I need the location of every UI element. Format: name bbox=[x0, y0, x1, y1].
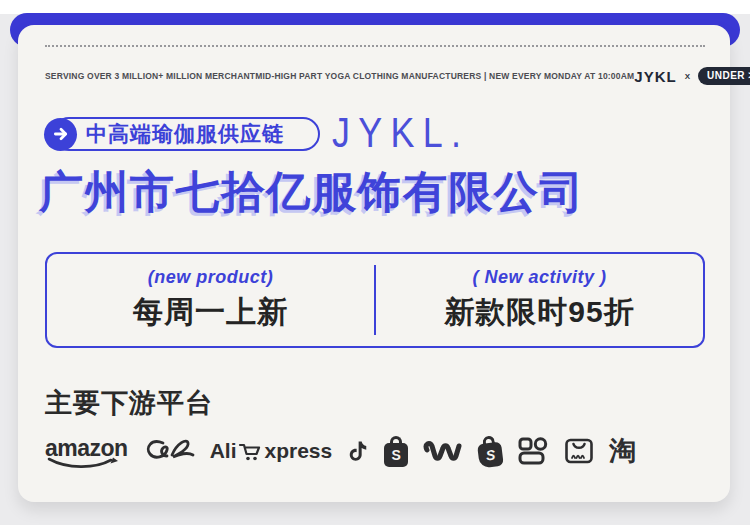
shopping-bag-logo[interactable] bbox=[564, 437, 594, 465]
micro-header: SERVING OVER 3 MILLION+ MILLION MERCHANT… bbox=[45, 67, 705, 85]
company-name-title: 广州市七拾亿服饰有限公司 bbox=[39, 163, 585, 222]
under-button[interactable]: UNDER > bbox=[698, 67, 750, 85]
merchant-count-text: SERVING OVER 3 MILLION+ MILLION MERCHANT bbox=[45, 71, 255, 81]
aliexpress-wordmark-right: xpress bbox=[264, 439, 332, 463]
kuaishou-icon bbox=[517, 436, 549, 466]
smile-bag-icon bbox=[564, 437, 594, 465]
collab-x-mark: X bbox=[685, 72, 690, 81]
promo-subtitle-left: (new product) bbox=[148, 267, 274, 288]
manufacturer-tagline-text: MID-HIGH PART YOGA CLOTHING MANUFACTURER… bbox=[255, 71, 634, 81]
cursive-script-icon bbox=[143, 437, 195, 465]
platforms-heading: 主要下游平台 bbox=[45, 385, 213, 421]
taobao-logo[interactable]: 淘 bbox=[609, 433, 636, 469]
promo-cell-new-product: (new product) 每周一上新 bbox=[47, 254, 374, 346]
shopee-bag-icon: S bbox=[384, 443, 408, 467]
promo-box: (new product) 每周一上新 ( New activity ) 新款限… bbox=[45, 252, 705, 348]
cart-icon bbox=[238, 440, 262, 462]
shopify-letter: S bbox=[485, 446, 496, 463]
shopify-logo[interactable]: S bbox=[476, 434, 504, 468]
wish-logo[interactable] bbox=[423, 438, 463, 464]
supply-chain-tagline: 中高端瑜伽服供应链 bbox=[86, 120, 284, 148]
banner-card: SERVING OVER 3 MILLION+ MILLION MERCHANT… bbox=[18, 25, 730, 502]
amazon-smile-icon bbox=[47, 457, 119, 469]
promo-cell-new-activity: ( New activity ) 新款限时95折 bbox=[376, 254, 703, 346]
brand-lockup: JYKL X UNDER > bbox=[634, 67, 750, 85]
platform-logo-row: amazon Ali xpress bbox=[45, 431, 715, 471]
bag-handle-icon bbox=[482, 435, 495, 446]
brand-wordmark: JYKL bbox=[634, 68, 676, 85]
jykl-display-logo: JYKL. bbox=[332, 109, 469, 157]
arrow-right-icon bbox=[44, 118, 77, 151]
script-brand-logo[interactable] bbox=[143, 437, 195, 465]
promo-subtitle-right: ( New activity ) bbox=[472, 267, 606, 288]
banner-page: SERVING OVER 3 MILLION+ MILLION MERCHANT… bbox=[0, 0, 750, 525]
aliexpress-wordmark-left: Ali bbox=[210, 439, 237, 463]
kuaishou-logo[interactable] bbox=[517, 436, 549, 466]
shopee-logo[interactable]: S bbox=[384, 436, 408, 467]
supply-chain-badge: 中高端瑜伽服供应链 bbox=[44, 117, 284, 151]
tiktok-note-icon bbox=[347, 438, 369, 465]
taobao-character: 淘 bbox=[609, 433, 636, 469]
page-top-strip bbox=[0, 0, 750, 14]
dotted-divider bbox=[45, 45, 705, 47]
aliexpress-logo[interactable]: Ali xpress bbox=[210, 439, 333, 463]
promo-title-right: 新款限时95折 bbox=[444, 292, 634, 333]
promo-title-left: 每周一上新 bbox=[133, 292, 288, 333]
shopee-letter: S bbox=[392, 447, 401, 463]
amazon-logo[interactable]: amazon bbox=[45, 435, 128, 468]
tiktok-logo[interactable] bbox=[347, 438, 369, 465]
bag-handle-icon bbox=[390, 436, 402, 446]
wish-w-icon bbox=[423, 438, 463, 464]
